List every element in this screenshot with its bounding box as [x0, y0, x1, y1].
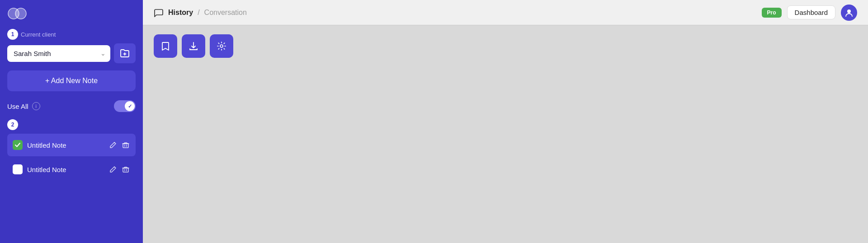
breadcrumb: History / Conversation	[154, 8, 247, 18]
folder-icon	[120, 49, 130, 58]
pro-badge: Pro	[762, 8, 782, 18]
bookmark-icon	[160, 41, 170, 51]
step2-badge: 2	[7, 119, 18, 130]
trash-icon	[122, 166, 129, 173]
add-new-note-button[interactable]: + Add New Note	[7, 70, 136, 91]
svg-rect-4	[123, 144, 128, 148]
current-client-section: 1 Current client	[7, 29, 136, 40]
download-button[interactable]	[182, 34, 205, 58]
note-delete-button-2[interactable]	[121, 165, 130, 174]
main-body	[143, 58, 868, 243]
breadcrumb-conversation: Conversation	[204, 9, 247, 17]
download-icon	[189, 41, 198, 51]
trash-icon	[122, 141, 129, 149]
edit-icon	[109, 141, 117, 149]
note-edit-button-2[interactable]	[108, 165, 118, 174]
notes-section: 2 Untitled Note	[7, 119, 136, 182]
logo-area	[7, 7, 136, 20]
note-checkbox-2[interactable]	[13, 164, 23, 174]
svg-point-12	[847, 9, 851, 13]
note-actions-1	[108, 140, 130, 150]
dashboard-button[interactable]: Dashboard	[787, 5, 835, 19]
step1-badge: 1	[7, 29, 18, 40]
sidebar: 1 Current client Sarah Smith ⌄ + Add New…	[0, 0, 143, 243]
use-all-row: Use All i ✓	[7, 100, 136, 112]
svg-rect-8	[123, 168, 128, 172]
chat-history-icon	[154, 8, 164, 18]
breadcrumb-separator: /	[198, 9, 199, 17]
client-select[interactable]: Sarah Smith	[7, 45, 110, 62]
use-all-text: Use All	[7, 103, 28, 110]
topbar: History / Conversation Pro Dashboard	[143, 0, 868, 25]
use-all-toggle[interactable]: ✓	[114, 100, 136, 112]
note-item-1[interactable]: Untitled Note	[7, 134, 136, 156]
main-content: History / Conversation Pro Dashboard	[143, 0, 868, 243]
action-bar	[143, 25, 868, 58]
svg-point-1	[15, 8, 26, 19]
topbar-right: Pro Dashboard	[762, 5, 857, 21]
edit-icon	[109, 166, 117, 173]
toggle-check-icon: ✓	[128, 103, 132, 109]
client-row: Sarah Smith ⌄	[7, 43, 136, 63]
note-checkbox-1[interactable]	[13, 140, 23, 150]
info-icon[interactable]: i	[32, 102, 40, 110]
avatar-icon	[844, 8, 854, 17]
settings-button[interactable]	[210, 34, 233, 58]
use-all-label-group: Use All i	[7, 102, 40, 110]
note-title-2: Untitled Note	[27, 166, 104, 173]
logo-icon	[7, 7, 27, 20]
breadcrumb-history: History	[168, 9, 193, 17]
note-title-1: Untitled Note	[27, 141, 104, 149]
svg-point-13	[220, 45, 223, 47]
current-client-label: Current client	[21, 31, 56, 38]
folder-button[interactable]	[114, 43, 136, 63]
note-item-2[interactable]: Untitled Note	[7, 158, 136, 181]
client-select-wrapper: Sarah Smith ⌄	[7, 45, 110, 62]
user-avatar[interactable]	[841, 5, 857, 21]
check-icon	[14, 142, 21, 148]
note-delete-button-1[interactable]	[121, 140, 130, 150]
note-actions-2	[108, 165, 130, 174]
note-edit-button-1[interactable]	[108, 140, 118, 150]
gear-icon	[217, 41, 226, 51]
bookmark-button[interactable]	[154, 34, 177, 58]
toggle-knob: ✓	[125, 101, 135, 111]
